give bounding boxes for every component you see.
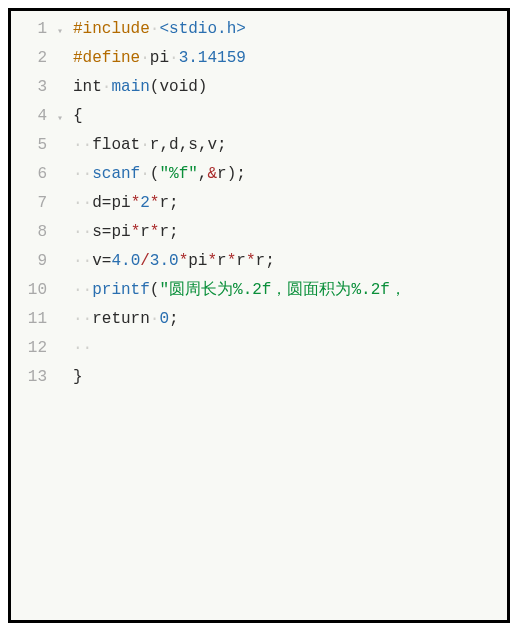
code-line[interactable]: 4▾{ bbox=[11, 102, 507, 131]
code-line[interactable]: 9··v=4.0/3.0*pi*r*r*r; bbox=[11, 247, 507, 276]
line-number: 6 bbox=[11, 160, 57, 189]
token-ws: · bbox=[102, 78, 112, 96]
token-id: pi bbox=[150, 49, 169, 67]
code-lines: 1▾#include·<stdio.h>2#define·pi·3.141593… bbox=[11, 15, 507, 392]
code-content[interactable]: ··s=pi*r*r; bbox=[73, 218, 507, 247]
token-ws: · bbox=[150, 310, 160, 328]
code-line[interactable]: 5··float·r,d,s,v; bbox=[11, 131, 507, 160]
token-op: * bbox=[150, 194, 160, 212]
token-inc: <stdio.h> bbox=[159, 20, 245, 38]
code-line[interactable]: 8··s=pi*r*r; bbox=[11, 218, 507, 247]
fold-icon bbox=[57, 160, 73, 162]
token-op: * bbox=[207, 252, 217, 270]
token-id: r bbox=[150, 136, 160, 154]
fold-icon bbox=[57, 44, 73, 46]
token-paren: ) bbox=[227, 165, 237, 183]
token-id: r bbox=[256, 252, 266, 270]
code-content[interactable]: #include·<stdio.h> bbox=[73, 15, 507, 44]
line-number: 2 bbox=[11, 44, 57, 73]
token-ws: ·· bbox=[73, 194, 92, 212]
fold-icon[interactable]: ▾ bbox=[57, 15, 73, 46]
code-content[interactable]: ··d=pi*2*r; bbox=[73, 189, 507, 218]
code-content[interactable]: ··scanf·("%f",&r); bbox=[73, 160, 507, 189]
line-number: 1 bbox=[11, 15, 57, 44]
token-fn: printf bbox=[92, 281, 150, 299]
token-type: int bbox=[73, 78, 102, 96]
code-content[interactable]: #define·pi·3.14159 bbox=[73, 44, 507, 73]
token-ws: ·· bbox=[73, 310, 92, 328]
line-number: 3 bbox=[11, 73, 57, 102]
code-line[interactable]: 1▾#include·<stdio.h> bbox=[11, 15, 507, 44]
line-number: 11 bbox=[11, 305, 57, 334]
token-pp: #define bbox=[73, 49, 140, 67]
line-number: 10 bbox=[11, 276, 57, 305]
token-punct: ; bbox=[169, 194, 179, 212]
token-kw: return bbox=[92, 310, 150, 328]
code-content[interactable]: ··printf("圆周长为%.2f，圆面积为%.2f， bbox=[73, 276, 507, 305]
code-content[interactable]: ··float·r,d,s,v; bbox=[73, 131, 507, 160]
code-content[interactable]: int·main(void) bbox=[73, 73, 507, 102]
token-ws: · bbox=[140, 136, 150, 154]
token-brace: { bbox=[73, 107, 83, 125]
token-paren: ( bbox=[150, 281, 160, 299]
token-id: r bbox=[159, 223, 169, 241]
token-type: void bbox=[159, 78, 197, 96]
code-line[interactable]: 11··return·0; bbox=[11, 305, 507, 334]
token-str: "圆周长为%.2f，圆面积为%.2f， bbox=[159, 281, 405, 299]
token-ws: ·· bbox=[73, 136, 92, 154]
code-line[interactable]: 2#define·pi·3.14159 bbox=[11, 44, 507, 73]
code-line[interactable]: 6··scanf·("%f",&r); bbox=[11, 160, 507, 189]
token-ws: ·· bbox=[73, 223, 92, 241]
token-id: r bbox=[140, 223, 150, 241]
line-number: 4 bbox=[11, 102, 57, 131]
token-id: s bbox=[188, 136, 198, 154]
token-paren: ) bbox=[198, 78, 208, 96]
fold-icon bbox=[57, 247, 73, 249]
code-content[interactable]: } bbox=[73, 363, 507, 392]
line-number: 8 bbox=[11, 218, 57, 247]
line-number: 12 bbox=[11, 334, 57, 363]
token-punct: , bbox=[179, 136, 189, 154]
code-content[interactable]: ·· bbox=[73, 334, 507, 363]
token-num: 3.14159 bbox=[179, 49, 246, 67]
token-num: 0 bbox=[159, 310, 169, 328]
code-line[interactable]: 7··d=pi*2*r; bbox=[11, 189, 507, 218]
token-op: * bbox=[131, 223, 141, 241]
token-id: d bbox=[92, 194, 102, 212]
code-line[interactable]: 10··printf("圆周长为%.2f，圆面积为%.2f， bbox=[11, 276, 507, 305]
token-op: * bbox=[131, 194, 141, 212]
token-id: v bbox=[92, 252, 102, 270]
token-op: / bbox=[140, 252, 150, 270]
token-punct: ; bbox=[169, 223, 179, 241]
token-op: * bbox=[150, 223, 160, 241]
token-id: d bbox=[169, 136, 179, 154]
token-num: 3.0 bbox=[150, 252, 179, 270]
token-ws: · bbox=[140, 165, 150, 183]
token-ws: ·· bbox=[73, 165, 92, 183]
code-editor[interactable]: 1▾#include·<stdio.h>2#define·pi·3.141593… bbox=[8, 8, 510, 623]
token-type: float bbox=[92, 136, 140, 154]
code-content[interactable]: ··v=4.0/3.0*pi*r*r*r; bbox=[73, 247, 507, 276]
fold-icon bbox=[57, 131, 73, 133]
token-op: & bbox=[207, 165, 217, 183]
token-punct: ; bbox=[217, 136, 227, 154]
fold-icon bbox=[57, 334, 73, 336]
line-number: 5 bbox=[11, 131, 57, 160]
token-id: v bbox=[207, 136, 217, 154]
token-pp: #include bbox=[73, 20, 150, 38]
code-content[interactable]: { bbox=[73, 102, 507, 131]
token-eq: = bbox=[102, 252, 112, 270]
fold-icon[interactable]: ▾ bbox=[57, 102, 73, 133]
token-punct: , bbox=[198, 165, 208, 183]
token-eq: = bbox=[102, 223, 112, 241]
code-line[interactable]: 13} bbox=[11, 363, 507, 392]
token-brace: } bbox=[73, 368, 83, 386]
code-line[interactable]: 12·· bbox=[11, 334, 507, 363]
token-ws: ·· bbox=[73, 339, 92, 357]
token-id: r bbox=[217, 252, 227, 270]
token-op: * bbox=[227, 252, 237, 270]
code-content[interactable]: ··return·0; bbox=[73, 305, 507, 334]
token-id: pi bbox=[111, 194, 130, 212]
token-id: s bbox=[92, 223, 102, 241]
code-line[interactable]: 3int·main(void) bbox=[11, 73, 507, 102]
